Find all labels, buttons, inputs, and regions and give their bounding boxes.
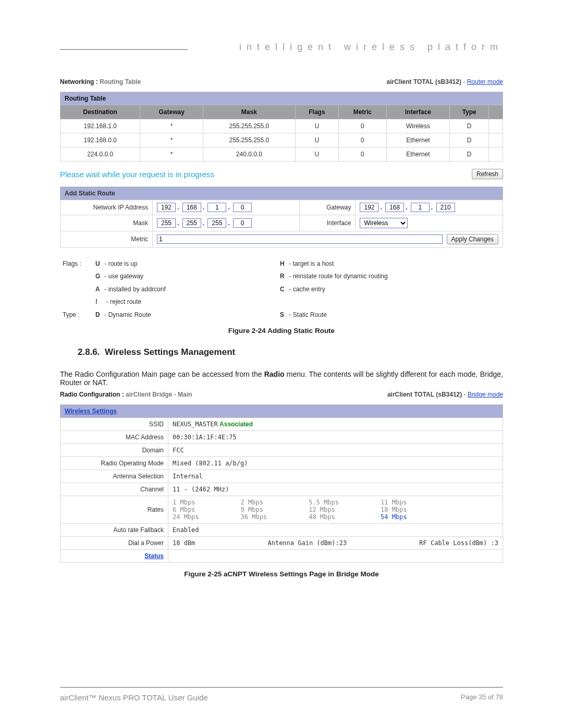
mask-octet[interactable]	[207, 218, 226, 228]
page-top-header: intelligent wireless platform	[60, 42, 503, 57]
breadcrumb-value: Routing Table	[100, 78, 141, 85]
radio-breadcrumb: Radio Configuration : airClient Bridge -…	[60, 391, 503, 398]
bridge-mode-link[interactable]: Bridge mode	[468, 391, 503, 398]
mask-octet[interactable]	[182, 218, 201, 228]
apply-changes-button[interactable]: Apply Changes	[447, 234, 498, 244]
gateway-octet[interactable]	[436, 203, 455, 212]
section-body: The Radio Configuration Main page can be…	[60, 370, 503, 387]
page-footer: airClient™ Nexus PRO TOTAL User Guide Pa…	[60, 687, 503, 702]
table-row: 192.168.1.0*255.255.255.0U0WirelessD	[60, 119, 503, 133]
interface-select[interactable]: Wireless	[360, 218, 408, 228]
table-row: 224.0.0.0*240.0.0.0U0EthernetD	[60, 147, 503, 162]
breadcrumb-label: Networking :	[60, 78, 98, 85]
add-static-route-form: Add Static Route Network IP Address . . …	[60, 187, 503, 248]
gateway-octet[interactable]	[411, 203, 430, 212]
section-heading: 2.8.6. Wireless Settings Management	[78, 347, 503, 357]
refresh-button[interactable]: Refresh	[472, 169, 503, 179]
mask-label: Mask	[60, 215, 153, 231]
selected-rate: 54 Mbps	[381, 513, 407, 521]
mask-octet[interactable]	[157, 218, 176, 228]
dial-power-row: 18 dBm Antenna Gain (dBm):23 RF Cable Lo…	[173, 539, 498, 547]
footer-page-number: Page 35 of 78	[461, 693, 503, 702]
networking-breadcrumb: Networking : Routing Table airClient TOT…	[60, 78, 503, 85]
interface-label: Interface	[300, 215, 356, 231]
brand-tagline: intelligent wireless platform	[229, 42, 503, 53]
footer-guide-title: airClient™ Nexus PRO TOTAL User Guide	[60, 693, 208, 702]
routing-table: Routing Table Destination Gateway Mask F…	[60, 92, 503, 162]
routing-table-header: Destination Gateway Mask Flags Metric In…	[60, 105, 503, 119]
mask-octet[interactable]	[233, 218, 252, 228]
associated-status: Associated	[219, 421, 253, 428]
figure-caption: Figure 2-24 Adding Static Route	[60, 327, 503, 335]
rates-grid: 1 Mbps6 Mbps24 Mbps 2 Mbps9 Mbps36 Mbps …	[173, 499, 498, 521]
status-link[interactable]: Status	[65, 552, 164, 560]
nip-octet[interactable]	[207, 203, 226, 212]
nip-octet[interactable]	[233, 203, 252, 212]
flags-legend: Flags : U - route is up H - target is a …	[61, 257, 502, 322]
metric-label: Metric	[60, 231, 153, 248]
gateway-label: Gateway	[300, 200, 356, 215]
gateway-octet[interactable]	[360, 203, 378, 212]
progress-message: Please wait while your request is in pro…	[60, 170, 214, 179]
nip-octet[interactable]	[157, 203, 176, 212]
metric-input[interactable]	[157, 235, 443, 244]
wireless-settings-table: Wireless Settings SSIDNEXUS_MASTER Assoc…	[60, 404, 503, 563]
device-name: airClient TOTAL (sB3412)	[387, 78, 461, 85]
figure-caption: Figure 2-25 aCNPT Wireless Settings Page…	[60, 570, 503, 578]
nip-octet[interactable]	[182, 203, 201, 212]
table-row: 192.168.0.0*255.255.255.0U0EthernetD	[60, 133, 503, 147]
router-mode-link[interactable]: Router mode	[467, 78, 503, 85]
gateway-octet[interactable]	[385, 203, 404, 212]
add-route-title: Add Static Route	[60, 187, 503, 200]
routing-table-title: Routing Table	[60, 92, 503, 105]
network-ip-label: Network IP Address	[60, 200, 153, 215]
wireless-settings-link[interactable]: Wireless Settings	[65, 408, 117, 415]
